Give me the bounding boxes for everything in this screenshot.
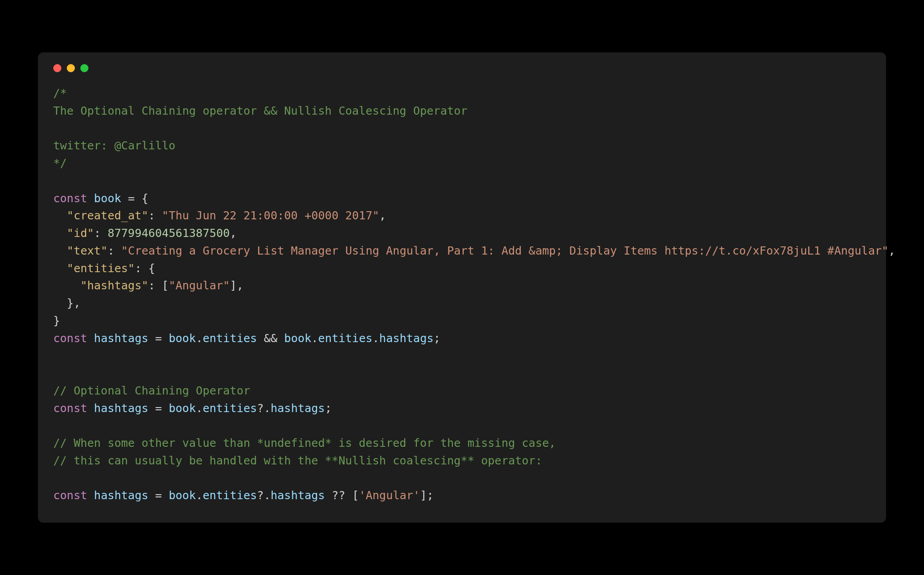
- dot: .: [264, 489, 271, 502]
- dot: .: [196, 332, 203, 345]
- brace: {: [142, 192, 148, 205]
- object-key: "entities": [67, 262, 135, 275]
- comma: ,: [230, 227, 236, 240]
- identifier: book: [169, 402, 196, 415]
- number-literal: 877994604561387500: [107, 227, 230, 240]
- colon: :: [148, 279, 162, 292]
- string-literal: 'Angular': [359, 489, 420, 502]
- colon: :: [135, 262, 148, 275]
- identifier: book: [169, 489, 196, 502]
- operator: &&: [257, 332, 284, 345]
- code-block: /* The Optional Chaining operator && Nul…: [53, 85, 871, 505]
- bracket: ]: [420, 489, 427, 502]
- object-key: "id": [67, 227, 94, 240]
- minimize-icon[interactable]: [67, 64, 75, 72]
- string-literal: "Angular": [169, 279, 230, 292]
- bracket: ]: [230, 279, 236, 292]
- colon: :: [107, 244, 121, 257]
- keyword-const: const: [53, 192, 87, 205]
- comma: ,: [236, 279, 243, 292]
- operator: ??: [325, 489, 352, 502]
- maximize-icon[interactable]: [80, 64, 88, 72]
- comment-line: The Optional Chaining operator && Nullis…: [53, 104, 467, 117]
- colon: :: [148, 209, 162, 222]
- dot: .: [264, 402, 271, 415]
- brace: }: [67, 297, 74, 310]
- identifier: book: [94, 192, 121, 205]
- window-titlebar: [53, 64, 871, 72]
- identifier: hashtags: [94, 489, 148, 502]
- comment-line: // this can usually be handled with the …: [53, 454, 542, 467]
- comma: ,: [888, 244, 895, 257]
- brace: }: [53, 314, 60, 327]
- dot: .: [196, 402, 203, 415]
- keyword-const: const: [53, 402, 87, 415]
- identifier: entities: [203, 489, 257, 502]
- identifier: book: [169, 332, 196, 345]
- keyword-const: const: [53, 489, 87, 502]
- identifier: entities: [203, 332, 257, 345]
- comment-line: twitter: @Carlillo: [53, 139, 176, 152]
- comma: ,: [379, 209, 386, 222]
- dot: .: [373, 332, 379, 345]
- identifier: book: [284, 332, 311, 345]
- brace: {: [148, 262, 155, 275]
- identifier: hashtags: [271, 489, 325, 502]
- question-mark: ?: [257, 489, 264, 502]
- bracket: [: [352, 489, 359, 502]
- dot: .: [196, 489, 203, 502]
- comment-line: // When some other value than *undefined…: [53, 436, 556, 450]
- code-window: /* The Optional Chaining operator && Nul…: [38, 52, 886, 523]
- semicolon: ;: [325, 402, 332, 415]
- object-key: "text": [67, 244, 107, 257]
- operator: =: [148, 489, 169, 502]
- identifier: hashtags: [379, 332, 434, 345]
- operator: =: [121, 192, 142, 205]
- bracket: [: [162, 279, 169, 292]
- comma: ,: [74, 297, 80, 310]
- comment-line: // Optional Chaining Operator: [53, 384, 250, 397]
- identifier: hashtags: [271, 402, 325, 415]
- operator: =: [148, 332, 169, 345]
- string-literal: "Thu Jun 22 21:00:00 +0000 2017": [162, 209, 379, 222]
- keyword-const: const: [53, 332, 87, 345]
- identifier: entities: [318, 332, 372, 345]
- semicolon: ;: [434, 332, 440, 345]
- string-literal: "Creating a Grocery List Manager Using A…: [121, 244, 889, 257]
- semicolon: ;: [427, 489, 434, 502]
- identifier: hashtags: [94, 332, 148, 345]
- operator: =: [148, 402, 169, 415]
- colon: :: [94, 227, 107, 240]
- close-icon[interactable]: [53, 64, 61, 72]
- object-key: "hashtags": [80, 279, 148, 292]
- comment-line: */: [53, 157, 67, 170]
- object-key: "created_at": [67, 209, 148, 222]
- comment-line: /*: [53, 87, 67, 100]
- identifier: hashtags: [94, 402, 148, 415]
- question-mark: ?: [257, 402, 264, 415]
- dot: .: [311, 332, 318, 345]
- identifier: entities: [203, 402, 257, 415]
